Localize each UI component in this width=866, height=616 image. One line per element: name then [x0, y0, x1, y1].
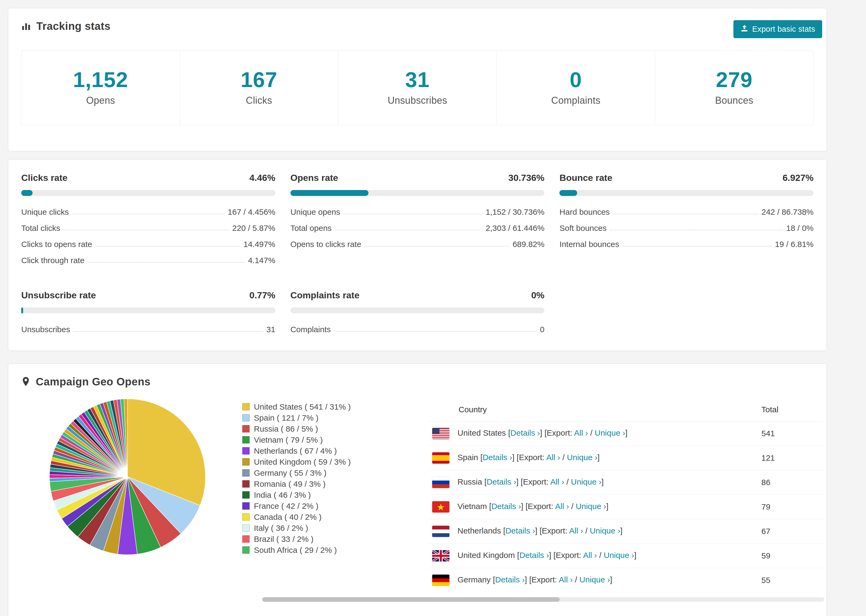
legend-label: United States ( 541 / 31% ) [254, 402, 351, 412]
export-all-link[interactable]: All › [574, 428, 588, 437]
flag-netherlands-icon [432, 526, 449, 537]
stat-unsubscribes: 31 Unsubscribes [339, 51, 497, 125]
details-link[interactable]: Details › [495, 575, 525, 584]
unsubscribe-rate-block: Unsubscribe rate 0.77% Unsubscribes31 [21, 290, 276, 338]
legend-item: Spain ( 121 / 7% ) [242, 412, 428, 423]
flag-united-states-icon [432, 428, 449, 439]
country-name: Russia [457, 477, 482, 486]
legend-label: South Africa ( 29 / 2% ) [254, 545, 337, 555]
token: / [590, 428, 592, 437]
export-all-link[interactable]: All › [569, 526, 583, 535]
bar-chart-icon [21, 22, 31, 31]
metric-row: Internal bounces19 / 6.81% [559, 236, 814, 252]
metric-row: Total opens2,303 / 61.446% [290, 220, 545, 236]
details-link[interactable]: Details › [487, 477, 516, 486]
opens-rate-title: Opens rate [290, 173, 339, 183]
tracking-stats-header: Tracking stats Export basic stats [21, 20, 814, 32]
token: ] [625, 428, 627, 437]
export-all-link[interactable]: All › [583, 551, 597, 559]
geo-row-united-kingdom: United Kingdom [Details ›] [Export: All … [428, 544, 823, 568]
flag-united-kingdom-icon [432, 550, 449, 561]
details-link[interactable]: Details › [491, 502, 521, 511]
unsubscribe-rate-value: 0.77% [249, 290, 275, 300]
export-all-link[interactable]: All › [550, 477, 564, 486]
rates-grid: Clicks rate 4.46% Unique clicks167 / 4.4… [8, 160, 827, 350]
rates-card: Clicks rate 4.46% Unique clicks167 / 4.4… [8, 159, 827, 351]
legend-item: Romania ( 49 / 3% ) [242, 478, 428, 489]
export-all-link[interactable]: All › [546, 453, 560, 462]
legend-swatch [242, 447, 250, 454]
legend-item: United States ( 541 / 31% ) [242, 401, 428, 412]
horizontal-scrollbar-track[interactable] [262, 597, 824, 602]
legend-item: Netherlands ( 67 / 4% ) [242, 445, 428, 456]
export-basic-stats-button[interactable]: Export basic stats [734, 20, 822, 38]
stat-clicks-label: Clicks [180, 95, 338, 106]
token: [ [508, 428, 510, 437]
token: / [567, 477, 568, 486]
details-link[interactable]: Details › [505, 526, 535, 535]
unsubscribe-rate-title: Unsubscribe rate [21, 290, 96, 300]
legend-swatch [242, 469, 250, 476]
metric-row: Clicks to opens rate14.497% [21, 236, 276, 252]
opens-rate-bar [290, 190, 545, 196]
token: ] [601, 477, 603, 486]
legend-label: France ( 42 / 2% ) [254, 501, 318, 511]
legend-label: Germany ( 55 / 3% ) [254, 468, 326, 478]
geo-row-vietnam: Vietnam [Details ›] [Export: All › / Uni… [428, 495, 823, 519]
export-unique-link[interactable]: Unique › [576, 502, 606, 511]
complaints-rate-value: 0% [531, 290, 544, 300]
legend-swatch [242, 436, 250, 443]
legend-swatch [242, 414, 250, 421]
geo-row-germany: Germany [Details ›] [Export: All › / Uni… [428, 568, 823, 590]
export-all-link[interactable]: All › [555, 502, 569, 511]
total-column-header: Total [761, 398, 823, 421]
country-total: 121 [761, 446, 823, 470]
country-name: Netherlands [457, 526, 501, 535]
export-unique-link[interactable]: Unique › [579, 575, 610, 584]
stat-complaints-label: Complaints [497, 95, 655, 106]
legend-label: Netherlands ( 67 / 4% ) [254, 446, 337, 456]
export-unique-link[interactable]: Unique › [595, 428, 625, 437]
export-unique-link[interactable]: Unique › [571, 477, 601, 486]
legend-item: South Africa ( 29 / 2% ) [242, 545, 428, 556]
export-all-link[interactable]: All › [559, 575, 573, 584]
flag-russia-icon [432, 477, 449, 488]
geo-table-wrap: Country Total United States [Details ›] … [428, 398, 827, 589]
metric-row: Soft bounces18 / 0% [559, 220, 814, 236]
legend-swatch [242, 491, 250, 498]
stat-unsubscribes-label: Unsubscribes [339, 95, 496, 106]
opens-rate-block: Opens rate 30.736% Unique opens1,152 / 3… [290, 173, 545, 269]
dashboard-page: Tracking stats Export basic stats 1,152 … [0, 0, 866, 616]
geo-opens-header: Campaign Geo Opens [8, 376, 827, 388]
legend-swatch [242, 480, 250, 487]
token: [ [493, 575, 495, 584]
token: ] [Export: [535, 526, 567, 535]
token: ] [Export: [521, 502, 553, 511]
token: / [571, 502, 573, 511]
token: ] [620, 526, 622, 535]
campaign-geo-opens-card: Campaign Geo Opens United States ( 541 /… [8, 364, 827, 616]
details-link[interactable]: Details › [482, 453, 512, 462]
stat-unsubscribes-value: 31 [339, 68, 496, 92]
legend-label: India ( 46 / 3% ) [254, 490, 311, 500]
export-unique-link[interactable]: Unique › [567, 453, 597, 462]
stat-complaints-value: 0 [497, 68, 655, 92]
legend-label: Vietnam ( 79 / 5% ) [254, 435, 323, 445]
horizontal-scrollbar-thumb[interactable] [262, 597, 560, 602]
details-link[interactable]: Details › [519, 551, 549, 559]
legend-item: France ( 42 / 2% ) [242, 500, 428, 511]
tracking-stats-title: Tracking stats [36, 20, 110, 32]
summary-stats-row: 1,152 Opens 167 Clicks 31 Unsubscribes 0… [21, 50, 814, 125]
country-name: United States [457, 428, 506, 437]
details-link[interactable]: Details › [510, 428, 540, 437]
metric-row: Hard bounces242 / 86.738% [559, 204, 814, 220]
legend-label: Spain ( 121 / 7% ) [254, 413, 318, 423]
geo-pie-legend: United States ( 541 / 31% )Spain ( 121 /… [242, 401, 428, 556]
token: ] [606, 502, 608, 511]
complaints-rate-title: Complaints rate [290, 290, 360, 300]
legend-swatch [242, 524, 250, 532]
export-unique-link[interactable]: Unique › [604, 551, 634, 559]
legend-item: Germany ( 55 / 3% ) [242, 467, 428, 478]
export-unique-link[interactable]: Unique › [590, 526, 620, 535]
legend-item: Italy ( 36 / 2% ) [242, 522, 428, 533]
